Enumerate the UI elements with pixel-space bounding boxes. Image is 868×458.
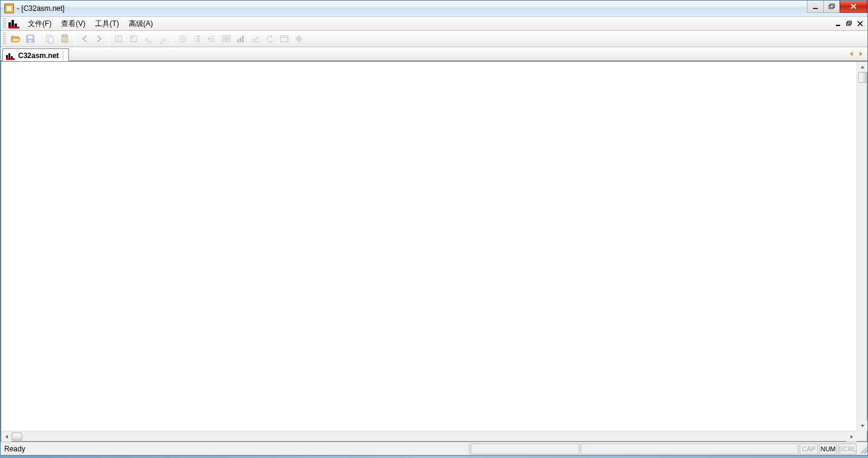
open-icon — [11, 34, 21, 44]
tool-button-13[interactable] — [292, 32, 305, 45]
svg-point-15 — [132, 37, 134, 39]
titlebar[interactable]: - [C32asm.net] — [1, 1, 867, 17]
app-logo-icon — [8, 19, 19, 28]
svg-rect-0 — [813, 8, 818, 9]
window-icon — [279, 34, 289, 44]
tool-button-6[interactable] — [191, 32, 204, 45]
status-panel-2 — [581, 443, 798, 454]
svg-rect-23 — [240, 38, 241, 42]
tool-button-11[interactable] — [263, 32, 276, 45]
svg-point-17 — [182, 38, 184, 40]
save-icon — [25, 34, 35, 44]
refresh-icon — [265, 34, 275, 44]
mdi-minimize-icon — [835, 21, 841, 27]
scroll-left-button[interactable] — [1, 431, 11, 442]
arrow-left-icon — [80, 34, 90, 44]
scroll-down-button[interactable] — [857, 420, 867, 431]
svg-rect-3 — [836, 25, 840, 26]
paste-button[interactable] — [58, 32, 71, 45]
tool-button-3[interactable] — [142, 32, 155, 45]
svg-rect-18 — [223, 36, 226, 38]
arrow-right-icon — [94, 34, 104, 44]
svg-rect-13 — [116, 36, 122, 42]
tab-icon — [6, 51, 16, 60]
svg-rect-1 — [829, 5, 834, 8]
tool-button-10[interactable] — [249, 32, 262, 45]
tool-button-1[interactable] — [113, 32, 126, 45]
toolbar-separator — [172, 33, 173, 45]
minimize-button[interactable] — [807, 1, 824, 13]
generic-tool-icon — [143, 34, 153, 44]
close-button[interactable] — [840, 1, 867, 13]
svg-rect-7 — [28, 36, 33, 39]
indicator-num: NUM — [819, 443, 837, 454]
desktop-background — [0, 456, 868, 458]
save-button[interactable] — [24, 32, 37, 45]
bars-icon — [236, 34, 246, 44]
app-icon — [4, 4, 14, 13]
svg-rect-19 — [227, 36, 230, 38]
mdi-restore-button[interactable] — [844, 19, 854, 28]
generic-tool-icon — [158, 34, 168, 44]
menu-file[interactable]: 文件(F) — [23, 17, 56, 31]
toolbar — [1, 31, 867, 47]
open-button[interactable] — [9, 32, 22, 45]
tab-prev-button[interactable] — [848, 50, 855, 58]
paste-icon — [60, 34, 70, 44]
tool-button-5[interactable] — [176, 32, 189, 45]
crosshair-icon — [294, 34, 304, 44]
svg-rect-14 — [131, 36, 137, 42]
list-indent-icon — [207, 34, 217, 44]
toolbar-separator — [109, 33, 109, 45]
toolbar-separator — [74, 33, 75, 45]
mdi-close-button[interactable] — [855, 19, 865, 28]
tabbar: C32asm.net — [1, 47, 867, 61]
vscroll-thumb[interactable] — [858, 72, 866, 83]
tool-button-7[interactable] — [205, 32, 218, 45]
triangle-left-icon — [849, 51, 854, 57]
svg-rect-24 — [242, 36, 244, 42]
svg-rect-2 — [830, 4, 835, 7]
svg-rect-12 — [63, 34, 67, 36]
list-icon — [192, 34, 202, 44]
tab-navigation — [848, 50, 864, 58]
chart-icon — [250, 34, 260, 44]
maximize-button[interactable] — [823, 1, 840, 13]
triangle-right-icon — [858, 51, 863, 57]
menu-tools[interactable]: 工具(T) — [90, 17, 123, 31]
close-icon — [850, 3, 857, 10]
minimize-icon — [812, 4, 818, 10]
menu-advanced[interactable]: 高级(A) — [124, 17, 158, 31]
triangle-right-icon — [849, 434, 854, 439]
indicator-caps: CAP — [800, 443, 818, 454]
tab-c32asm-net[interactable]: C32asm.net — [2, 48, 69, 61]
mdi-minimize-button[interactable] — [834, 19, 843, 28]
vertical-scrollbar[interactable] — [857, 62, 867, 431]
tab-label: C32asm.net — [18, 51, 59, 60]
tool-button-2[interactable] — [127, 32, 140, 45]
hscroll-thumb[interactable] — [11, 433, 22, 440]
indicator-scroll: SCRL — [838, 443, 857, 454]
tool-button-9[interactable] — [234, 32, 247, 45]
svg-rect-25 — [281, 36, 288, 42]
tool-button-12[interactable] — [278, 32, 291, 45]
copy-button[interactable] — [44, 32, 57, 45]
menubar-grip[interactable] — [3, 18, 6, 29]
tab-next-button[interactable] — [857, 50, 864, 58]
back-button[interactable] — [78, 32, 91, 45]
window-controls — [808, 1, 867, 13]
generic-tool-icon — [114, 34, 124, 44]
triangle-left-icon — [4, 434, 9, 439]
window-title: - [C32asm.net] — [17, 4, 65, 13]
toolbar-grip[interactable] — [3, 33, 6, 45]
size-grip[interactable] — [858, 444, 867, 454]
menu-view[interactable]: 查看(V) — [56, 17, 90, 31]
horizontal-scrollbar[interactable] — [1, 431, 857, 441]
content-area[interactable] — [1, 61, 867, 442]
tool-button-8[interactable] — [220, 32, 233, 45]
scroll-up-button[interactable] — [857, 62, 867, 72]
statusbar: Ready CAP NUM SCRL — [1, 442, 867, 455]
forward-button[interactable] — [93, 32, 106, 45]
tool-button-4[interactable] — [156, 32, 169, 45]
scroll-right-button[interactable] — [846, 431, 857, 442]
